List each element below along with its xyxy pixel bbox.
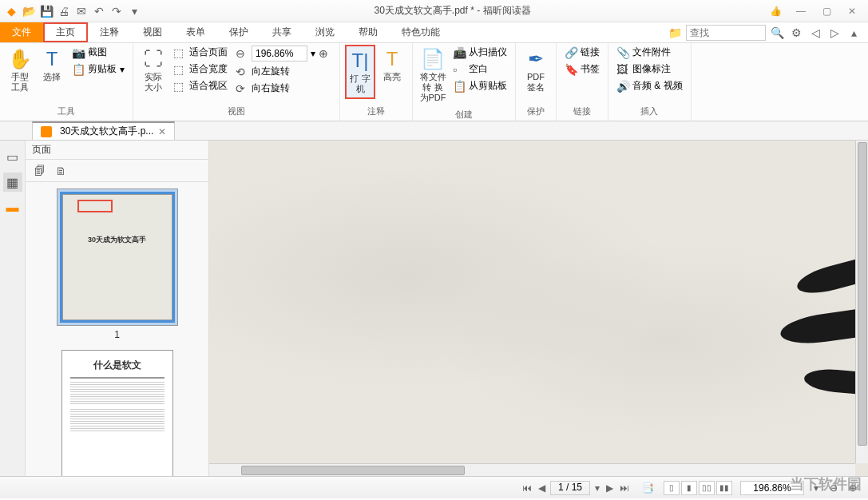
tab-view[interactable]: 视图: [131, 22, 174, 42]
clipboard-icon: 📋: [453, 80, 466, 93]
convert-icon: 📄: [421, 48, 445, 70]
tab-file[interactable]: 文件: [0, 22, 43, 42]
view-facing-icon[interactable]: ▯▯: [699, 481, 715, 495]
rail-bookmarks-icon[interactable]: ▭: [3, 147, 22, 166]
search-input[interactable]: [686, 25, 766, 41]
view-continuous-icon[interactable]: ▮: [681, 481, 697, 495]
blank-button[interactable]: ▫空白: [450, 62, 510, 77]
document-viewer[interactable]: [209, 141, 868, 476]
tab-form[interactable]: 表单: [174, 22, 217, 42]
highlight-button[interactable]: T 高亮: [377, 45, 407, 85]
image-annot-button[interactable]: 🖼图像标注: [613, 62, 686, 77]
tab-annotate[interactable]: 注释: [88, 22, 131, 42]
save-icon[interactable]: 💾: [38, 3, 54, 19]
zoom-out-icon[interactable]: ⊖: [236, 47, 248, 60]
pdf-sign-button[interactable]: ✒ PDF 签名: [521, 45, 551, 96]
rotate-right-button[interactable]: ⟳向右旋转: [232, 81, 335, 96]
doc-icon: [41, 126, 52, 137]
fit-width-icon: ⬚: [173, 63, 186, 76]
page-dropdown-icon[interactable]: ▾: [593, 482, 601, 494]
select-button[interactable]: T 选择: [37, 45, 67, 85]
rail-pages-icon[interactable]: ▦: [3, 173, 22, 192]
like-icon[interactable]: 👍: [766, 4, 785, 18]
snapshot-button[interactable]: 📷截图: [69, 45, 128, 60]
clipboard-button[interactable]: 📋剪贴板▾: [69, 62, 128, 77]
fit-page-button[interactable]: ⬚适合页面: [170, 45, 231, 60]
typewriter-button[interactable]: T| 打 字机: [345, 45, 375, 99]
first-page-icon[interactable]: ⏮: [521, 482, 533, 494]
page-input[interactable]: 1 / 15: [550, 481, 590, 495]
tab-protect[interactable]: 保护: [217, 22, 260, 42]
fit-visible-button[interactable]: ⬚适合视区: [170, 78, 231, 93]
from-clipboard-button[interactable]: 📋从剪贴板: [450, 78, 510, 93]
prev-page-icon[interactable]: ◀: [537, 482, 547, 494]
zoom-controls[interactable]: ⊖ 196.86% ▾ ⊕: [232, 45, 335, 62]
highlight-icon: T: [386, 48, 398, 70]
folder-search-icon[interactable]: 📁: [667, 25, 683, 41]
undo-icon[interactable]: ↶: [91, 3, 107, 19]
view-single-icon[interactable]: ▯: [664, 481, 680, 495]
audio-video-button[interactable]: 🔊音频 & 视频: [613, 78, 686, 93]
tab-help[interactable]: 帮助: [347, 22, 390, 42]
panel-tool1-icon[interactable]: 🗐: [32, 163, 48, 179]
zoom-input[interactable]: 196.86%: [252, 46, 307, 62]
fit-page-icon: ⬚: [173, 46, 186, 59]
panel-tool2-icon[interactable]: 🗎: [53, 163, 69, 179]
convert-button[interactable]: 📄 将文件转 换为PDF: [418, 45, 448, 107]
tab-close-icon[interactable]: ✕: [158, 126, 166, 137]
horizontal-scrollbar[interactable]: [209, 463, 855, 476]
actual-size-icon: ⛶: [144, 48, 163, 70]
thumbnail-1[interactable]: 30天成为软文高手: [57, 188, 178, 326]
attachment-button[interactable]: 📎文件附件: [613, 45, 686, 60]
collapse-ribbon-icon[interactable]: ▴: [846, 25, 862, 41]
create-group-label: 创建: [418, 107, 510, 122]
redo-icon[interactable]: ↷: [109, 3, 125, 19]
zoom-in-icon[interactable]: ⊕: [319, 47, 331, 60]
attachment-icon: 📎: [616, 46, 629, 59]
next-page-icon[interactable]: ▶: [604, 482, 615, 494]
hand-icon: ✋: [8, 48, 32, 70]
vertical-scrollbar[interactable]: [855, 141, 868, 463]
search-icon[interactable]: 🔍: [769, 25, 785, 41]
view-cont-facing-icon[interactable]: ▮▮: [716, 481, 732, 495]
open-icon[interactable]: 📂: [21, 3, 37, 19]
close-icon[interactable]: ✕: [842, 4, 862, 18]
minimize-icon[interactable]: —: [791, 4, 811, 18]
fit-width-button[interactable]: ⬚适合宽度: [170, 62, 231, 77]
protect-group-label: 保护: [521, 104, 551, 119]
document-tab[interactable]: 30天成文软文高手.p... ✕: [32, 121, 175, 140]
zoom-dropdown-icon[interactable]: ▾: [812, 482, 820, 494]
nav-back-icon[interactable]: ◁: [807, 25, 823, 41]
print-icon[interactable]: 🖨: [56, 3, 72, 19]
last-page-icon[interactable]: ⏭: [618, 482, 631, 494]
email-icon[interactable]: ✉: [73, 3, 89, 19]
actual-size-button[interactable]: ⛶ 实际 大小: [138, 45, 168, 96]
insert-group-label: 插入: [613, 104, 686, 119]
zoom-status[interactable]: 196.86%: [740, 481, 804, 495]
tab-home[interactable]: 主页: [43, 22, 88, 42]
nav-tool-icon[interactable]: 📑: [640, 482, 656, 494]
status-zoom-in-icon[interactable]: ⊕: [847, 482, 858, 494]
clipboard-icon: 📋: [72, 63, 85, 76]
gear-icon[interactable]: ⚙: [788, 25, 804, 41]
thumbnail-2[interactable]: 什么是软文: [61, 350, 173, 476]
typewriter-icon: T|: [352, 50, 369, 72]
rail-comments-icon[interactable]: ▬: [3, 198, 22, 217]
link-button[interactable]: 🔗链接: [561, 45, 603, 60]
hand-tool-button[interactable]: ✋ 手型 工具: [5, 45, 35, 96]
fit-visible-icon: ⬚: [173, 80, 186, 93]
view-group-label: 视图: [138, 104, 335, 119]
scanner-button[interactable]: 📠从扫描仪: [450, 45, 510, 60]
nav-forward-icon[interactable]: ▷: [826, 25, 842, 41]
rotate-left-button[interactable]: ⟲向左旋转: [232, 64, 335, 79]
tools-group-label: 工具: [5, 104, 128, 119]
bookmark-button[interactable]: 🔖书签: [561, 62, 603, 77]
maximize-icon[interactable]: ▢: [817, 4, 836, 18]
tab-special[interactable]: 特色功能: [390, 22, 452, 42]
image-icon: 🖼: [616, 63, 629, 76]
tab-share[interactable]: 共享: [260, 22, 303, 42]
foxit-logo-icon[interactable]: ◆: [3, 3, 19, 19]
qat-dropdown-icon[interactable]: ▾: [126, 3, 142, 19]
status-zoom-out-icon[interactable]: ⊖: [828, 482, 839, 494]
tab-browse[interactable]: 浏览: [303, 22, 347, 42]
